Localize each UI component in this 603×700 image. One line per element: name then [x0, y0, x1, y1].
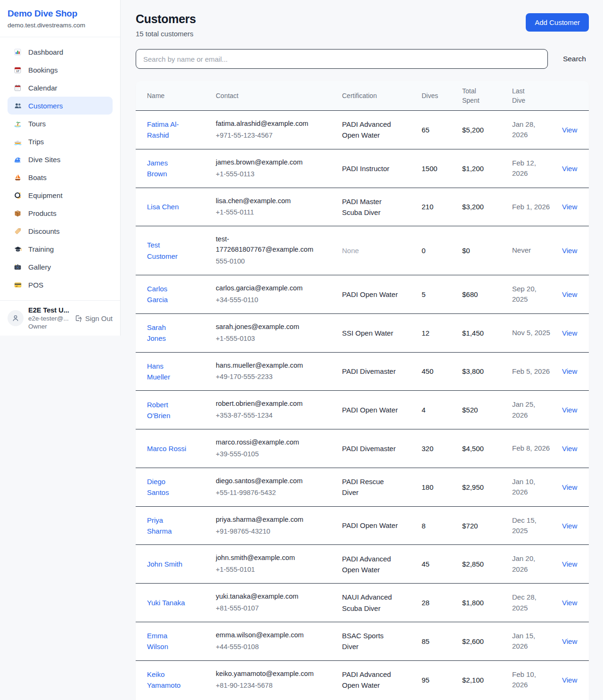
column-header-last-dive: Last Dive [512, 86, 562, 106]
view-link[interactable]: View [562, 203, 578, 211]
view-link[interactable]: View [562, 522, 578, 530]
page-header: Customers 15 total customers Add Custome… [136, 12, 589, 38]
table-row: Diego Santos diego.santos@example.com +5… [136, 468, 589, 506]
search-input[interactable] [136, 49, 548, 69]
total-spent-cell: $3,200 [462, 203, 512, 211]
dives-cell: 8 [422, 522, 462, 530]
certification-cell: PADI Open Water [342, 289, 422, 300]
customer-name-link[interactable]: Sarah Jones [147, 322, 216, 344]
sidebar-item-label: Discounts [28, 227, 60, 235]
view-link[interactable]: View [562, 126, 578, 134]
sidebar-item-bookings[interactable]: 17 Bookings [8, 61, 113, 79]
customer-name-link[interactable]: Priya Sharma [147, 515, 216, 537]
last-dive-cell: Feb 1, 2026 [512, 202, 562, 213]
table-row: Test Customer test-1772681807767@example… [136, 226, 589, 275]
customer-name-link[interactable]: Hans Mueller [147, 361, 216, 383]
customer-email: marco.rossi@example.com [216, 437, 315, 448]
view-link[interactable]: View [562, 599, 578, 607]
customer-email: yuki.tanaka@example.com [216, 592, 315, 602]
dashboard-icon [13, 48, 22, 56]
dives-cell: 4 [422, 406, 462, 414]
customer-name-link[interactable]: Lisa Chen [147, 201, 216, 212]
sidebar-item-discounts[interactable]: Discounts [8, 222, 113, 240]
view-link[interactable]: View [562, 290, 578, 298]
last-dive-cell: Never [512, 245, 562, 256]
contact-cell: lisa.chen@example.com +1-555-0111 [216, 196, 342, 218]
customer-name-link[interactable]: John Smith [147, 559, 216, 569]
customer-name-link[interactable]: Marco Rossi [147, 443, 216, 454]
customer-phone: +353-87-555-1234 [216, 411, 315, 421]
table-row: Hans Mueller hans.mueller@example.com +4… [136, 352, 589, 391]
customer-count: 15 total customers [136, 30, 196, 38]
sidebar-item-products[interactable]: Products [8, 204, 113, 222]
customer-name-link[interactable]: James Brown [147, 157, 216, 180]
column-header-total-spent: Total Spent [462, 86, 512, 106]
add-customer-button[interactable]: Add Customer [526, 13, 589, 32]
certification-cell: PADI Rescue Diver [342, 476, 422, 498]
table-row: Keiko Yamamoto keiko.yamamoto@example.co… [136, 660, 589, 699]
contact-cell: hans.mueller@example.com +49-170-555-223… [216, 361, 342, 383]
table-row: James Brown james.brown@example.com +1-5… [136, 149, 589, 188]
calendar-icon [13, 83, 22, 92]
customer-name-link[interactable]: Carlos Garcia [147, 283, 216, 305]
view-link[interactable]: View [562, 367, 578, 375]
sidebar-item-customers[interactable]: Customers [8, 97, 113, 115]
total-spent-cell: $3,800 [462, 367, 512, 375]
total-spent-cell: $720 [462, 522, 512, 530]
customer-email: lisa.chen@example.com [216, 196, 315, 206]
boats-sailboat-icon [13, 173, 22, 181]
sidebar-item-dive-sites[interactable]: Dive Sites [8, 150, 113, 168]
view-link[interactable]: View [562, 329, 578, 337]
view-link[interactable]: View [562, 676, 578, 684]
user-info: E2E Test U... e2e-tester@... Owner [28, 306, 70, 330]
view-link[interactable]: View [562, 560, 578, 568]
sidebar-item-gallery[interactable]: Gallery [8, 258, 113, 276]
sidebar-nav: Dashboard 17 Bookings Calendar Customers… [0, 37, 120, 300]
sidebar-item-boats[interactable]: Boats [8, 168, 113, 186]
customer-email: james.brown@example.com [216, 157, 315, 168]
sidebar-item-dashboard[interactable]: Dashboard [8, 43, 113, 61]
sidebar-item-label: POS [28, 281, 43, 289]
table-row: Marco Rossi marco.rossi@example.com +39-… [136, 429, 589, 468]
customer-name-link[interactable]: Fatima Al-Rashid [147, 119, 216, 141]
view-link[interactable]: View [562, 165, 578, 173]
customer-name-link[interactable]: Test Customer [147, 239, 216, 262]
customer-email: fatima.alrashid@example.com [216, 119, 315, 129]
customer-email: john.smith@example.com [216, 553, 315, 563]
table-row: Sarah Jones sarah.jones@example.com +1-5… [136, 313, 589, 352]
dives-cell: 95 [422, 676, 462, 684]
sidebar-item-equipment[interactable]: Equipment [8, 186, 113, 204]
search-button[interactable]: Search [560, 51, 589, 67]
sidebar-item-label: Gallery [28, 263, 51, 271]
last-dive-cell: Feb 12, 2026 [512, 158, 562, 179]
training-cap-icon [13, 245, 22, 253]
sidebar-item-trips[interactable]: Trips [8, 132, 113, 150]
sign-out-button[interactable]: Sign Out [74, 313, 113, 323]
sidebar-item-training[interactable]: Training [8, 240, 113, 258]
customer-phone: 555-0100 [216, 256, 315, 267]
customer-name-link[interactable]: Diego Santos [147, 476, 216, 498]
main-content: Customers 15 total customers Add Custome… [121, 0, 603, 700]
sidebar: Demo Dive Shop demo.test.divestreams.com… [0, 0, 121, 336]
customer-name-link[interactable]: Yuki Tanaka [147, 597, 216, 608]
view-link[interactable]: View [562, 406, 578, 414]
view-link[interactable]: View [562, 445, 578, 453]
view-link[interactable]: View [562, 247, 578, 255]
bookings-calendar-icon: 17 [13, 66, 22, 74]
customer-name-link[interactable]: Keiko Yamamoto [147, 669, 216, 691]
total-spent-cell: $4,500 [462, 445, 512, 453]
dive-sites-wave-icon [13, 155, 22, 164]
tours-island-icon [13, 119, 22, 128]
view-link[interactable]: View [562, 483, 578, 491]
customer-name-link[interactable]: Emma Wilson [147, 630, 216, 652]
total-spent-cell: $1,450 [462, 329, 512, 337]
customer-email: sarah.jones@example.com [216, 322, 315, 332]
total-spent-cell: $520 [462, 406, 512, 414]
sidebar-item-pos[interactable]: POS [8, 276, 113, 294]
sidebar-item-label: Dive Sites [28, 156, 60, 164]
sidebar-item-calendar[interactable]: Calendar [8, 79, 113, 97]
sidebar-item-tours[interactable]: Tours [8, 115, 113, 132]
shop-domain: demo.test.divestreams.com [8, 22, 113, 29]
view-link[interactable]: View [562, 637, 578, 645]
customer-name-link[interactable]: Robert O'Brien [147, 399, 216, 421]
